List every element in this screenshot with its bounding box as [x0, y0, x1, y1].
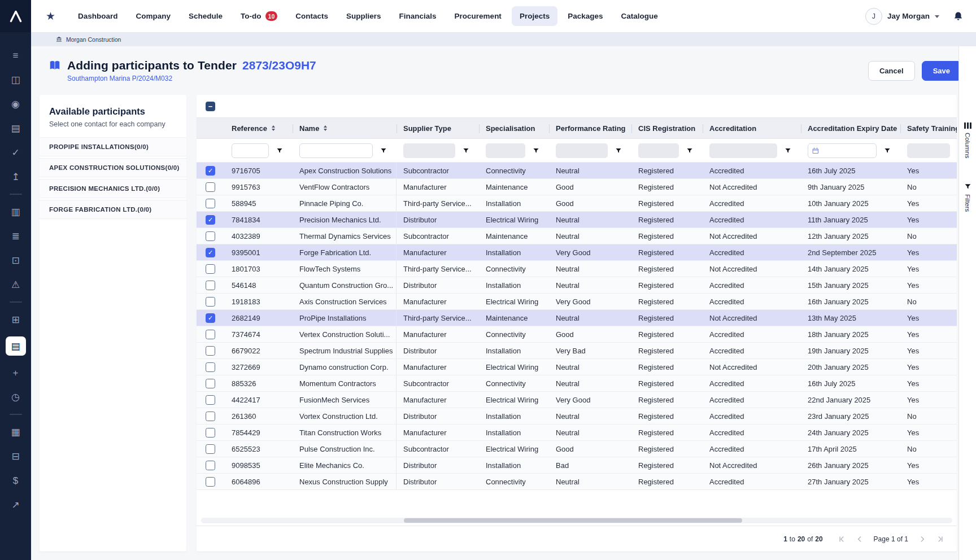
sidebar-icon[interactable]: ↗ [6, 497, 25, 512]
last-page-button[interactable] [936, 535, 944, 543]
sort-icon[interactable] [272, 125, 275, 131]
row-checkbox[interactable] [206, 379, 215, 388]
row-checkbox[interactable] [206, 231, 215, 241]
table-row[interactable]: 6525523 Pulse Construction Inc. Subcontr… [197, 441, 957, 457]
table-row[interactable]: 9395001 Forge Fabrication Ltd. Manufactu… [197, 244, 957, 261]
row-checkbox[interactable] [206, 330, 215, 339]
filter-funnel-button[interactable] [459, 143, 473, 158]
table-row[interactable]: 1801703 FlowTech Systems Third-party Ser… [197, 261, 957, 277]
participant-company[interactable]: PROPIPE INSTALLATIONS(0/0) [40, 137, 186, 156]
table-row[interactable]: 261360 Vortex Construction Ltd. Distribu… [197, 408, 957, 425]
table-row[interactable]: 6064896 Nexus Construction Supply Distri… [197, 474, 957, 490]
row-checkbox[interactable] [206, 346, 215, 356]
row-checkbox[interactable] [206, 264, 215, 274]
filter-funnel-button[interactable] [781, 143, 795, 158]
nav-tab[interactable]: Suppliers [338, 6, 389, 26]
column-header[interactable]: Accreditation [703, 118, 801, 138]
row-checkbox[interactable] [206, 297, 215, 307]
nav-tab[interactable]: Procurement [447, 6, 509, 26]
nav-tab[interactable]: Dashboard [70, 6, 126, 26]
sort-icon[interactable] [324, 125, 327, 131]
row-checkbox[interactable] [206, 362, 215, 372]
row-checkbox[interactable] [206, 477, 215, 487]
table-row[interactable]: 1918183 Axis Construction Services Manuf… [197, 294, 957, 310]
next-page-button[interactable] [918, 535, 926, 543]
row-checkbox[interactable] [206, 428, 215, 438]
filter-funnel-button[interactable] [272, 143, 287, 158]
row-checkbox[interactable] [206, 215, 215, 225]
sidebar-icon[interactable] [10, 194, 22, 195]
row-checkbox[interactable] [206, 248, 215, 257]
filters-panel-toggle[interactable]: Filters [964, 183, 971, 212]
app-logo[interactable] [0, 0, 31, 32]
filter-funnel-button[interactable] [953, 143, 957, 158]
column-header[interactable]: Reference [225, 118, 293, 138]
nav-tab[interactable]: To-do 10 [233, 6, 285, 27]
save-button[interactable]: Save [922, 61, 961, 81]
table-row[interactable]: 7374674 Vertex Construction Soluti... Ma… [197, 326, 957, 343]
column-header[interactable]: Specialisation [479, 118, 549, 138]
nav-tab[interactable]: Catalogue [613, 6, 665, 26]
column-header[interactable]: Performance Rating [549, 118, 631, 138]
sidebar-icon[interactable]: ◫ [6, 72, 25, 87]
row-checkbox[interactable] [206, 313, 215, 323]
filter-input[interactable] [486, 143, 525, 158]
sidebar-icon[interactable]: ✓ [6, 145, 25, 160]
favorite-star-icon[interactable]: ★ [46, 10, 55, 23]
sidebar-icon[interactable]: ▦ [6, 425, 25, 439]
filter-funnel-button[interactable] [529, 143, 543, 158]
nav-tab[interactable]: Company [128, 6, 179, 26]
filter-input[interactable] [556, 143, 608, 158]
nav-tab[interactable]: Financials [391, 6, 445, 26]
sidebar-icon[interactable]: ◷ [6, 390, 25, 404]
cancel-button[interactable]: Cancel [868, 61, 915, 81]
horizontal-scrollbar[interactable] [201, 518, 952, 523]
breadcrumb-company[interactable]: Morgan Construction [66, 36, 121, 43]
table-row[interactable]: 546148 Quantum Construction Gro... Distr… [197, 277, 957, 294]
sidebar-icon[interactable]: $ [6, 473, 25, 488]
select-all-checkbox[interactable] [206, 102, 215, 111]
sidebar-icon[interactable]: ≣ [6, 229, 25, 243]
nav-tab[interactable]: Contacts [287, 6, 336, 26]
sidebar-icon[interactable]: ▥ [6, 204, 25, 219]
sidebar-icon[interactable] [10, 414, 22, 415]
column-header[interactable]: CIS Registration [631, 118, 703, 138]
filter-input[interactable] [403, 143, 455, 158]
notifications-bell-icon[interactable] [953, 11, 964, 22]
previous-page-button[interactable] [856, 535, 864, 543]
table-row[interactable]: 885326 Momentum Contractors Subcontracto… [197, 375, 957, 392]
column-header[interactable]: Safety Training [900, 118, 957, 138]
column-header[interactable]: Supplier Type [396, 118, 479, 138]
nav-tab[interactable]: Packages [560, 6, 611, 26]
filter-input[interactable] [232, 143, 269, 158]
filter-funnel-button[interactable] [880, 143, 895, 158]
table-row[interactable]: 9716705 Apex Construction Solutions Subc… [197, 163, 957, 179]
sidebar-icon[interactable]: ▤ [6, 336, 26, 356]
sidebar-icon[interactable]: ⊞ [6, 312, 25, 327]
user-menu[interactable]: J Jay Morgan [865, 8, 939, 25]
nav-tab[interactable]: Schedule [181, 6, 230, 26]
filter-input[interactable] [638, 143, 679, 158]
filter-input[interactable] [709, 143, 777, 158]
row-checkbox[interactable] [206, 444, 215, 454]
scrollbar-thumb[interactable] [404, 518, 742, 523]
table-row[interactable]: 4422417 FusionMech Services Manufacturer… [197, 392, 957, 408]
filter-funnel-button[interactable] [376, 143, 391, 158]
row-checkbox[interactable] [206, 199, 215, 208]
sidebar-icon[interactable]: ⊡ [6, 253, 25, 268]
filter-input[interactable] [808, 143, 877, 158]
row-checkbox[interactable] [206, 182, 215, 192]
sidebar-icon[interactable]: ≡ [6, 48, 25, 63]
columns-panel-toggle[interactable]: Columns [964, 123, 971, 158]
filter-input[interactable] [907, 143, 950, 158]
tender-number-link[interactable]: 2873/23O9H7 [242, 59, 316, 72]
row-checkbox[interactable] [206, 166, 215, 176]
sidebar-icon[interactable] [10, 301, 22, 303]
nav-tab[interactable]: Projects [512, 6, 557, 26]
table-row[interactable]: 6679022 Spectrum Industrial Supplies Dis… [197, 343, 957, 359]
sidebar-icon[interactable]: ◉ [6, 97, 25, 111]
filter-funnel-button[interactable] [682, 143, 697, 158]
column-header[interactable]: Accreditation Expiry Date [801, 118, 900, 138]
sidebar-icon[interactable]: ▤ [6, 121, 25, 135]
table-row[interactable]: 3272669 Dynamo construction Corp. Manufa… [197, 359, 957, 375]
